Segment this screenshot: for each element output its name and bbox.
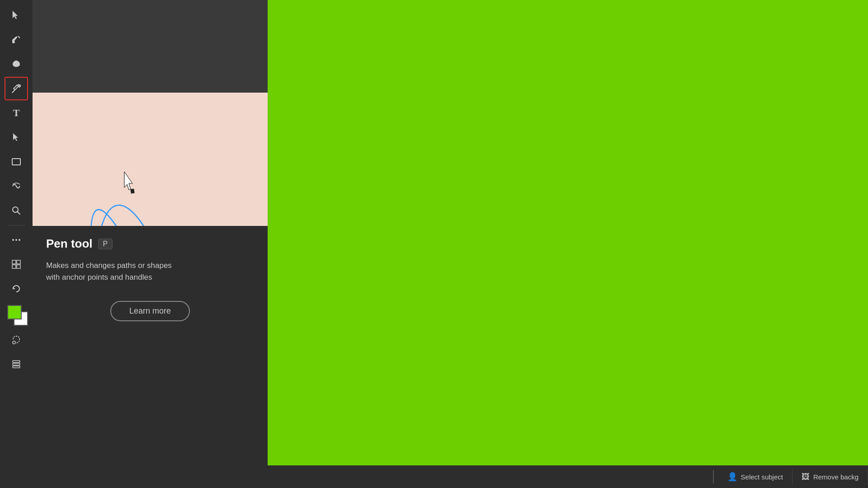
svg-rect-10 xyxy=(17,260,20,264)
tooltip-description: Makes and changes paths or shapeswith an… xyxy=(46,260,254,283)
svg-rect-11 xyxy=(12,265,16,268)
svg-point-8 xyxy=(19,239,20,241)
bottom-bar-separator xyxy=(713,470,714,483)
tooltip-title: Pen tool xyxy=(46,237,93,251)
color-swatches xyxy=(5,303,28,327)
left-toolbar: T xyxy=(0,0,33,488)
bottom-action-bar: 👤 Select subject 🖼 Remove backg xyxy=(33,465,868,488)
canvas-dark-area xyxy=(33,0,268,93)
arrange-tool-button[interactable] xyxy=(5,253,28,276)
select-tool-button[interactable] xyxy=(5,4,28,27)
search-tool-button[interactable] xyxy=(5,199,28,222)
svg-line-5 xyxy=(18,212,20,215)
svg-rect-9 xyxy=(12,260,16,264)
svg-rect-15 xyxy=(13,363,20,365)
select-subject-icon: 👤 xyxy=(727,472,737,482)
svg-point-13 xyxy=(13,341,15,344)
svg-rect-12 xyxy=(17,265,20,268)
green-canvas-area[interactable] xyxy=(268,0,868,488)
foreground-color-swatch[interactable] xyxy=(7,305,22,319)
rotate-tool-button[interactable] xyxy=(5,277,28,300)
svg-point-2 xyxy=(19,84,21,86)
tooltip-shortcut-key: P xyxy=(98,239,113,249)
remove-background-icon: 🖼 xyxy=(802,472,810,482)
more-tools-button[interactable] xyxy=(5,228,28,252)
rectangle-tool-button[interactable] xyxy=(5,150,28,174)
remove-background-label: Remove backg xyxy=(813,473,859,481)
text-tool-button[interactable]: T xyxy=(5,101,28,125)
lasso-tool-button[interactable] xyxy=(5,328,28,351)
learn-more-button[interactable]: Learn more xyxy=(110,301,190,321)
brush-tool-button[interactable] xyxy=(5,28,28,52)
svg-rect-24 xyxy=(130,188,135,193)
tool-preview-area xyxy=(33,93,268,226)
svg-line-1 xyxy=(18,36,20,38)
svg-point-6 xyxy=(12,239,14,241)
select-subject-label: Select subject xyxy=(741,473,783,481)
tooltip-info-panel: Pen tool P Makes and changes paths or sh… xyxy=(33,226,268,488)
warp-tool-button[interactable] xyxy=(5,174,28,198)
pen-tool-button[interactable] xyxy=(5,77,28,100)
svg-rect-3 xyxy=(12,159,20,165)
smudge-tool-button[interactable] xyxy=(5,52,28,76)
svg-marker-23 xyxy=(124,172,132,190)
select-subject-button[interactable]: 👤 Select subject xyxy=(718,468,793,485)
main-area: Pen tool P Makes and changes paths or sh… xyxy=(33,0,868,488)
pen-cursor-icon xyxy=(121,172,139,194)
svg-rect-14 xyxy=(13,361,20,362)
svg-rect-16 xyxy=(13,366,20,368)
toolbar-divider xyxy=(7,225,25,225)
layers-tool-button[interactable] xyxy=(5,352,28,375)
remove-background-button[interactable]: 🖼 Remove backg xyxy=(793,469,868,485)
svg-marker-0 xyxy=(13,11,18,19)
arrow-tool-button[interactable] xyxy=(5,126,28,149)
svg-point-7 xyxy=(15,239,17,241)
